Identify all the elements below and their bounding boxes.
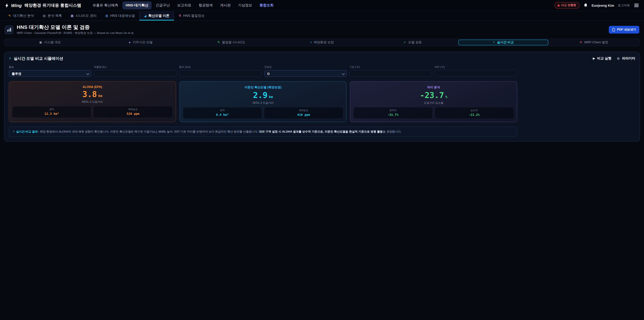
nav-item-rescue[interactable]: 긴급구난 [152, 1, 173, 10]
simulation-form: 물질 톨루엔 유출량 (kL) 풍속 (m/s) 안정도 D [9, 65, 517, 77]
wind-speed-label: 풍속 (m/s) [179, 65, 262, 69]
simulation-title: 실시간 모델 비교 시뮬레이션 [14, 56, 63, 61]
brand-name: 해양환경 위기대응 통합시스템 [24, 3, 81, 8]
brand[interactable]: Wing 해양환경 위기대응 통합시스템 [5, 3, 81, 8]
lee-distance-value: 2.9km [183, 91, 343, 100]
subnav-item-analysis[interactable]: ✎ 대기확산 분석 [4, 11, 38, 21]
lightning-icon: ⚡ [13, 130, 15, 133]
brand-logo-text: Wing [11, 3, 22, 8]
nav-item-hns-dispersion[interactable]: HNS·대기확산 [122, 1, 152, 10]
subnav-item-analysis-list[interactable]: ▤ 분석 목록 [38, 11, 66, 21]
area-difference-stat: 면적차 -31.7% [354, 107, 432, 119]
note-body: 해양 환경에서 ALOHA의 과대 예측 경향이 확인됩니다. 이문진 확산모델… [40, 130, 258, 133]
stability-label: 안정도 [264, 65, 347, 69]
tab-substance-scenarios[interactable]: ✎ 물질별 시나리오 [186, 40, 276, 45]
parameters-button[interactable]: ⚙ 파라미터 [617, 56, 635, 61]
run-comparison-label: 비교 실행 [597, 56, 612, 61]
run-comparison-button[interactable]: ▶ 비교 실행 [593, 56, 612, 61]
lee-stats: 면적 8.4 km² 최대농도 410 ppm [183, 107, 343, 119]
incident-status-badge[interactable]: 사고 진행중 [554, 2, 580, 9]
aloha-distance-caption: AEGL-2 도달거리 [12, 100, 172, 104]
sub-navigation-bar: ✎ 대기확산 분석 ▤ 분석 목록 ▦ 시나리오 관리 ▥ HNS 대응매뉴얼 … [0, 11, 644, 21]
aloha-stats: 면적 12.3 km² 최대농도 520 ppm [12, 106, 172, 117]
result-cards: ALOHA (EPA) 3.8km AEGL-2 도달거리 면적 12.3 km… [9, 81, 517, 122]
result-card-difference: 차이 분석 -23.7% 도달거리 감소율 면적차 -31.7% 농도차 -21… [350, 81, 517, 122]
difference-stats: 면적차 -31.7% 농도차 -21.2% [354, 107, 514, 119]
field-spill-amount: 유출량 (kL) [94, 65, 176, 77]
substance-select-wrap: 톨루엔 [9, 70, 91, 77]
tab-model-validation[interactable]: ✓ 모델 검증 [368, 40, 458, 45]
chart-icon: ◢ [144, 14, 146, 18]
stability-select-wrap: D [264, 70, 347, 77]
subnav-item-scenario-management[interactable]: ▦ 시나리오 관리 [66, 11, 101, 21]
aloha-card-title: ALOHA (EPA) [12, 85, 172, 89]
tab-label: 물질별 시나리오 [222, 40, 245, 45]
realtime-simulation-panel: ⚡ 실시간 모델 비교 시뮬레이션 ▶ 비교 실행 ⚙ 파라미터 물질 톨 [4, 52, 640, 141]
tab-marine-correction[interactable]: ≈ 해양환경 보정 [277, 40, 367, 45]
lee-card-title: 이문진 확산모델 (해양보정) [183, 85, 343, 90]
user-name[interactable]: Eunjeong Kim [592, 4, 614, 7]
top-navigation-bar: Wing 해양환경 위기대응 통합시스템 유출유 확산예측 HNS·대기확산 긴… [0, 0, 644, 11]
gaussian-dot-icon: ● [129, 41, 131, 44]
tab-label: WRF-Chem 발전 [584, 40, 608, 45]
result-card-lee-model: 이문진 확산모델 (해양보정) 2.9km AEGL-2 도달거리 면적 8.4… [179, 81, 346, 122]
simulation-header: ⚡ 실시간 모델 비교 시뮬레이션 ▶ 비교 실행 ⚙ 파라미터 [9, 56, 635, 61]
pdf-export-label: PDF 내보내기 [617, 28, 636, 32]
section-tabs: ▣ 시스템 개요 ● 가우시안 모델 ✎ 물질별 시나리오 ≈ 해양환경 보정 … [4, 39, 640, 46]
nav-item-aerial-search[interactable]: 항공탐색 [195, 1, 216, 10]
subnav-item-hns-substance-info[interactable]: ⚗ HNS 물질정보 [174, 11, 209, 21]
lee-area-stat: 면적 8.4 km² [183, 107, 262, 119]
difference-caption: 도달거리 감소율 [354, 101, 514, 105]
tab-system-overview[interactable]: ▣ 시스템 개요 [5, 40, 95, 45]
list-icon: ▤ [43, 14, 46, 18]
wind-speed-input[interactable] [179, 70, 262, 77]
simulation-actions: ▶ 비교 실행 ⚙ 파라미터 [593, 56, 635, 61]
pencil-icon: ✎ [8, 14, 11, 18]
subnav-item-model-theory[interactable]: ◢ 확산모델 이론 [139, 11, 174, 21]
nav-item-weather[interactable]: 기상정보 [234, 1, 256, 10]
gear-icon: ⚙ [617, 57, 620, 60]
tab-gaussian-model[interactable]: ● 가우시안 모델 [96, 40, 186, 45]
book-icon: ▥ [105, 14, 108, 18]
overview-icon: ▣ [39, 41, 42, 44]
stability-select[interactable]: D [264, 70, 347, 77]
page-subtitle: WRF-Chem · Gaussian Plume/Puff · ROMS · … [17, 31, 134, 35]
difference-card-title: 차이 분석 [354, 85, 514, 90]
wave-icon: ≈ [310, 41, 312, 44]
app-root: Wing 해양환경 위기대응 통합시스템 유출유 확산예측 HNS·대기확산 긴… [0, 0, 644, 320]
page-title-block: HNS 대기확산 모델 이론 및 검증 WRF-Chem · Gaussian … [17, 25, 134, 35]
nav-item-oil-spill[interactable]: 유출유 확산예측 [89, 1, 122, 10]
note-tail: 을 권장합니다. [383, 130, 401, 133]
sst-label: SST (°C) [435, 65, 517, 68]
subnav-item-hns-manual[interactable]: ▥ HNS 대응매뉴얼 [101, 11, 139, 21]
spill-amount-input[interactable] [94, 70, 176, 77]
tab-label: 가우시안 모델 [133, 40, 152, 45]
lee-distance-caption: AEGL-2 도달거리 [183, 101, 343, 105]
subnav-label: 대기확산 분석 [13, 14, 34, 18]
incident-dot-icon [558, 5, 560, 6]
page-chart-icon [5, 26, 14, 34]
note-emphasis: 대피 구역 설정 시 ALOHA 결과를 보수적 기준으로, 이문진 확산모델을… [259, 130, 383, 133]
hamburger-menu-icon[interactable] [634, 3, 639, 8]
logout-button[interactable]: 로그아웃 [618, 3, 630, 8]
subnav-label: HNS 물질정보 [183, 14, 204, 18]
air-temp-input[interactable] [350, 70, 432, 77]
bell-icon[interactable] [583, 3, 588, 8]
subnav-label: 분석 목록 [48, 14, 62, 18]
page-title: HNS 대기확산 모델 이론 및 검증 [17, 25, 134, 30]
aloha-distance-value: 3.8km [12, 90, 172, 99]
comparison-result-note: ⚡실시간 비교 결과:해양 환경에서 ALOHA의 과대 예측 경향이 확인됩니… [9, 127, 517, 137]
check-icon: ✓ [404, 41, 406, 44]
sst-input[interactable] [435, 70, 517, 77]
substance-label: 물질 [9, 65, 91, 69]
concentration-difference-stat: 농도차 -21.2% [435, 107, 514, 119]
nav-item-board[interactable]: 게시판 [217, 1, 234, 10]
tab-realtime-comparison[interactable]: ⚡ 실시간 비교 [458, 40, 548, 45]
simulation-title-group: ⚡ 실시간 모델 비교 시뮬레이션 [9, 56, 63, 61]
substance-select[interactable]: 톨루엔 [9, 70, 91, 77]
pdf-export-button[interactable]: PDF 내보내기 [609, 26, 639, 34]
nav-item-integrated-search[interactable]: 통합조회 [256, 1, 277, 10]
field-wind-speed: 풍속 (m/s) [179, 65, 262, 77]
nav-item-reports[interactable]: 보고자료 [174, 1, 194, 10]
tab-wrf-chem-advancement[interactable]: ✈ WRF-Chem 발전 [549, 40, 639, 45]
